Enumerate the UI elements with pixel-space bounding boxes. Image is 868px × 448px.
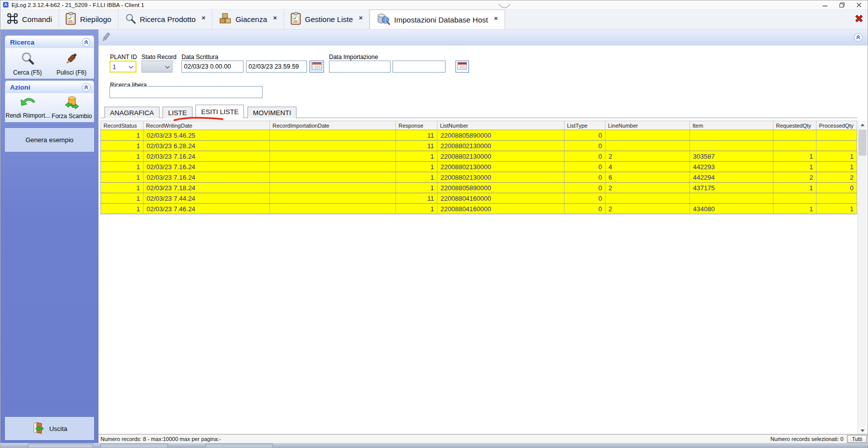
table-cell[interactable] (774, 193, 816, 204)
collapse-filters-button[interactable] (854, 33, 862, 42)
table-cell[interactable]: 02/03/23 6.28.24 (144, 141, 270, 151)
tab-close-icon[interactable]: × (494, 15, 498, 22)
table-cell[interactable]: 22008804160000 (438, 193, 564, 204)
table-row[interactable]: 102/03/23 6.28.2411220088021300000 (101, 141, 857, 151)
tab-comandi[interactable]: Comandi (0, 10, 59, 29)
tab-riepilogo[interactable]: Riepilogo (59, 10, 118, 29)
table-cell[interactable]: 1 (396, 183, 438, 193)
table-cell[interactable] (270, 162, 396, 172)
stato-record-select[interactable] (142, 61, 172, 73)
table-cell[interactable]: 1 (816, 151, 857, 162)
table-cell[interactable]: 437175 (690, 183, 774, 193)
genera-esempio-button[interactable]: Genera esempio (5, 128, 94, 152)
column-header[interactable]: ListNumber (438, 121, 564, 130)
table-cell[interactable]: 0 (816, 183, 857, 193)
table-cell[interactable] (606, 130, 690, 141)
table-cell[interactable]: 0 (564, 141, 606, 151)
table-cell[interactable]: 02/03/23 7.16.24 (144, 151, 270, 162)
table-cell[interactable]: 1 (101, 193, 144, 204)
table-cell[interactable]: 2 (816, 172, 857, 183)
table-row[interactable]: 102/03/23 7.46.2412200880416000002434080… (101, 204, 857, 214)
close-all-tabs-button[interactable] (852, 10, 866, 29)
table-cell[interactable]: 1 (396, 172, 438, 183)
rendi-riimportabile-button[interactable]: Rendi Riimport... (6, 96, 50, 120)
tab-giacenza[interactable]: Giacenza × (212, 10, 284, 29)
scrollbar-thumb[interactable] (858, 130, 866, 156)
table-cell[interactable]: 02/03/23 7.46.24 (144, 204, 270, 214)
table-row[interactable]: 102/03/23 7.16.2412200880213000004442293… (101, 162, 857, 172)
table-cell[interactable]: 1 (101, 183, 144, 193)
table-cell[interactable] (270, 204, 396, 214)
table-cell[interactable]: 02/03/23 7.16.24 (144, 162, 270, 172)
table-cell[interactable]: 0 (564, 172, 606, 183)
column-header[interactable]: RecordStatus (101, 121, 144, 130)
table-cell[interactable]: 1 (396, 162, 438, 172)
tab-close-icon[interactable]: × (202, 14, 206, 22)
table-cell[interactable]: 22008802130000 (438, 172, 564, 183)
table-cell[interactable]: 0 (564, 193, 606, 204)
table-cell[interactable]: 1 (101, 151, 144, 162)
table-cell[interactable]: 1 (774, 151, 816, 162)
scroll-up-arrow[interactable] (858, 121, 867, 129)
table-cell[interactable]: 1 (101, 172, 144, 183)
restore-button[interactable] (834, 1, 850, 10)
view-tab-anagrafica[interactable]: ANAGRAFICA (104, 107, 160, 118)
collapse-azioni-button[interactable] (82, 83, 90, 92)
table-cell[interactable]: 1 (774, 162, 816, 172)
data-scrittura-to-input[interactable] (246, 61, 307, 73)
table-cell[interactable] (774, 141, 816, 151)
table-cell[interactable]: 2 (606, 183, 690, 193)
table-cell[interactable]: 1 (774, 183, 816, 193)
table-cell[interactable] (690, 130, 774, 141)
tab-close-icon[interactable]: × (273, 14, 277, 22)
tab-gestione-liste[interactable]: Gestione Liste × (284, 10, 370, 29)
table-cell[interactable] (816, 193, 857, 204)
table-cell[interactable]: 442293 (690, 162, 774, 172)
table-cell[interactable]: 22008802130000 (438, 151, 564, 162)
table-cell[interactable]: 02/03/23 5.46.25 (144, 130, 270, 141)
vertical-scrollbar[interactable] (858, 121, 866, 435)
table-cell[interactable] (606, 141, 690, 151)
table-cell[interactable] (774, 130, 816, 141)
table-cell[interactable] (270, 151, 396, 162)
view-tab-movimenti[interactable]: MOVIMENTI (248, 107, 297, 118)
table-cell[interactable]: 11 (396, 130, 438, 141)
table-cell[interactable]: 1 (816, 204, 857, 214)
uscita-button[interactable]: Uscita (5, 417, 94, 440)
table-cell[interactable] (270, 172, 396, 183)
tab-impostazioni-database-host[interactable]: Impostazioni Database Host × (370, 10, 504, 29)
tutti-button[interactable]: Tutti (847, 435, 867, 443)
table-cell[interactable]: 1 (101, 130, 144, 141)
table-cell[interactable]: 11 (396, 141, 438, 151)
table-cell[interactable]: 1 (396, 204, 438, 214)
table-cell[interactable]: 22008805890000 (438, 130, 564, 141)
table-cell[interactable]: 02/03/23 7.16.24 (144, 172, 270, 183)
table-cell[interactable]: 0 (564, 204, 606, 214)
table-row[interactable]: 102/03/23 7.16.2412200880213000006442294… (101, 172, 857, 183)
table-cell[interactable]: 11 (396, 193, 438, 204)
table-cell[interactable]: 4 (606, 162, 690, 172)
table-cell[interactable]: 0 (564, 183, 606, 193)
data-importazione-to-input[interactable] (392, 61, 446, 73)
table-cell[interactable]: 0 (564, 130, 606, 141)
table-cell[interactable]: 2 (606, 151, 690, 162)
table-cell[interactable]: 1 (101, 204, 144, 214)
forza-scambio-button[interactable]: Forza Scambio (50, 96, 94, 120)
minimize-button[interactable] (816, 1, 834, 10)
table-cell[interactable]: 02/03/23 7.44.24 (144, 193, 270, 204)
close-button[interactable] (850, 1, 868, 10)
table-cell[interactable]: 1 (101, 141, 144, 151)
table-cell[interactable]: 02/03/23 7.18.24 (144, 183, 270, 193)
table-cell[interactable]: 442294 (690, 172, 774, 183)
column-header[interactable]: RequestedQty (774, 121, 816, 130)
table-cell[interactable]: 1 (816, 162, 857, 172)
table-cell[interactable]: 0 (564, 162, 606, 172)
table-row[interactable]: 102/03/23 7.18.2412200880589000002437175… (101, 183, 857, 193)
cerca-button[interactable]: Cerca (F5) (6, 51, 50, 76)
table-cell[interactable]: 2 (606, 204, 690, 214)
table-row[interactable]: 102/03/23 5.46.2511220088058900000 (101, 130, 857, 141)
data-importazione-from-input[interactable] (329, 61, 390, 73)
collapse-ricerca-button[interactable] (82, 38, 90, 47)
table-cell[interactable]: 22008802130000 (438, 141, 564, 151)
table-cell[interactable]: 22008805890000 (438, 183, 564, 193)
